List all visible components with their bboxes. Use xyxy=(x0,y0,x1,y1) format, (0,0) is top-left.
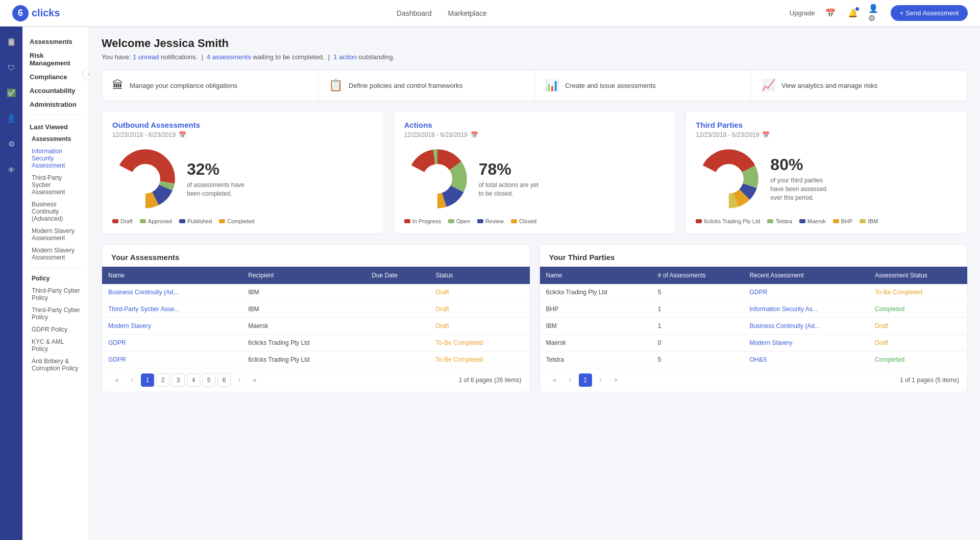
third-parties-card-content: 80% of your third parties have been asse… xyxy=(696,146,957,212)
sidebar-policy-item-2[interactable]: Third-Party Cyber Policy xyxy=(22,304,89,323)
tp-recent-cell[interactable]: OH&S xyxy=(743,351,869,368)
quick-action-compliance[interactable]: 🏛 Manage your compliance obligations xyxy=(102,71,318,100)
sidebar-icon-accountability[interactable]: 👤 xyxy=(3,110,19,127)
notif-text2: waiting to be completed. xyxy=(253,53,324,61)
outbound-card-date: 12/23/2018 - 6/23/2019 📅 xyxy=(112,131,374,138)
sidebar-item-compliance[interactable]: Compliance xyxy=(22,69,89,83)
assessments-table-body: Business Continuity (Ad... IBM Draft Thi… xyxy=(102,284,530,368)
sidebar-icon-admin[interactable]: ⚙ xyxy=(3,136,19,152)
assessment-status-cell: Draft xyxy=(430,318,530,335)
nav-right: Upgrade 📅 🔔 👤⚙ + Send Assessment xyxy=(790,5,968,21)
sidebar-icon-assessments[interactable]: 📋 xyxy=(3,34,19,50)
tp-recent-cell[interactable]: Business Continuity (Ad... xyxy=(743,318,869,335)
sidebar-assessment-item-4[interactable]: Modern Slavery Assessment xyxy=(22,225,89,244)
sidebar-item-accountability[interactable]: Accountability xyxy=(22,83,89,97)
legend-label-open: Open xyxy=(456,218,470,224)
quick-action-analytics-text: View analytics and manage risks xyxy=(781,82,877,89)
sidebar-icon-eye[interactable]: 👁 xyxy=(3,161,19,178)
assessment-name-cell[interactable]: Third-Party Sycber Asse... xyxy=(102,301,242,318)
page-btn-6[interactable]: 6 xyxy=(217,373,231,387)
table-row: GDPR 6clicks Trading Pty Ltd To-Be Compl… xyxy=(102,351,530,368)
legend-label-6clicks: 6clicks Trading Pty Ltd xyxy=(704,218,760,224)
assessment-due-date-cell xyxy=(365,301,429,318)
quick-actions-bar: 🏛 Manage your compliance obligations 📋 D… xyxy=(102,70,968,101)
page-btn-4[interactable]: 4 xyxy=(187,373,200,387)
tp-page-last-btn[interactable]: » xyxy=(609,373,623,387)
your-third-parties-title: Your Third Parties xyxy=(540,245,968,267)
assessment-name-cell[interactable]: Business Continuity (Ad... xyxy=(102,284,242,301)
unread-notifications-link[interactable]: 1 unread xyxy=(133,53,159,61)
legend-label-draft: Draft xyxy=(120,218,133,224)
sidebar-item-administration[interactable]: Administration xyxy=(22,97,89,110)
calendar-icon-tp: 📅 xyxy=(762,131,770,138)
notifications-icon[interactable]: 🔔 xyxy=(846,6,860,20)
page-btn-2[interactable]: 2 xyxy=(156,373,169,387)
assessment-name-cell[interactable]: Modern Slavery xyxy=(102,318,242,335)
third-parties-stat-pct: 80% xyxy=(770,155,837,174)
assessments-page-controls: « ‹ 1 2 3 4 5 6 › » xyxy=(110,373,261,387)
assessment-name-cell[interactable]: GDPR xyxy=(102,335,242,351)
notif-text1: notifications. xyxy=(161,53,198,61)
outbound-legend: Draft Approved Published Completed xyxy=(112,218,374,224)
sidebar-policy-item-4[interactable]: KYC & AML Policy xyxy=(22,336,89,355)
page-prev-btn[interactable]: ‹ xyxy=(126,373,139,387)
last-viewed-header: Last Viewed xyxy=(22,119,89,133)
tp-recent-cell[interactable]: GDPR xyxy=(743,284,869,301)
sidebar-assessment-item-1[interactable]: Information Security Assessment xyxy=(22,145,89,172)
sidebar-icon-compliance[interactable]: ✅ xyxy=(3,85,19,101)
quick-action-policies[interactable]: 📋 Define policies and control frameworks xyxy=(318,71,535,100)
send-assessment-button[interactable]: + Send Assessment xyxy=(891,5,968,21)
tp-page-prev-btn[interactable]: ‹ xyxy=(564,373,577,387)
tp-status-cell: To-Be Completed xyxy=(869,284,967,301)
quick-action-analytics[interactable]: 📈 View analytics and manage risks xyxy=(751,71,967,100)
sidebar-policy-item-3[interactable]: GDPR Policy xyxy=(22,323,89,336)
page-last-btn[interactable]: » xyxy=(248,373,261,387)
calendar-icon[interactable]: 📅 xyxy=(823,6,838,20)
upgrade-button[interactable]: Upgrade xyxy=(790,9,815,17)
sidebar-icons: 📋 🛡 ✅ 👤 ⚙ 👁 xyxy=(0,27,22,540)
sidebar-assessment-item-2[interactable]: Third-Party Sycber Assessment xyxy=(22,172,89,198)
sidebar-policy-item-1[interactable]: Third-Party Cyber Policy xyxy=(22,285,89,304)
your-third-parties-header-row: Name # of Assessments Recent Assessment … xyxy=(540,267,968,284)
policies-icon: 📋 xyxy=(329,79,342,92)
sidebar-icon-risk[interactable]: 🛡 xyxy=(3,59,19,76)
table-row: 6clicks Trading Pty Ltd 5 GDPR To-Be Com… xyxy=(540,284,968,301)
sidebar-policy-item-5[interactable]: Anti Bribery & Corruption Policy xyxy=(22,355,89,374)
assessment-recipient-cell: 6clicks Trading Pty Ltd xyxy=(242,351,365,368)
assessment-name-cell[interactable]: GDPR xyxy=(102,351,242,368)
your-third-parties-table: Name # of Assessments Recent Assessment … xyxy=(540,267,968,368)
legend-dot-ibm xyxy=(860,219,866,223)
assessment-status-cell: To-Be Completed xyxy=(430,335,530,351)
action-outstanding-link[interactable]: 1 action xyxy=(333,53,357,61)
nav-dashboard[interactable]: Dashboard xyxy=(397,9,432,17)
dashboard-cards-row: Outbound Assessments 12/23/2018 - 6/23/2… xyxy=(102,111,968,234)
assessments-waiting-link[interactable]: 4 assessments xyxy=(207,53,251,61)
tp-page-btn-1[interactable]: 1 xyxy=(579,373,592,387)
sidebar-item-assessments[interactable]: Assessments xyxy=(22,34,89,48)
nav-links: Dashboard Marketplace xyxy=(94,9,790,17)
welcome-title: Welcome Jessica Smith xyxy=(102,37,968,50)
sidebar-assessment-item-5[interactable]: Modern Slavery Assessment xyxy=(22,244,89,264)
tp-num-cell: 5 xyxy=(652,284,744,301)
legend-dot-bhp xyxy=(833,219,839,223)
tp-page-next-btn[interactable]: › xyxy=(594,373,607,387)
legend-ibm: IBM xyxy=(860,218,878,224)
tp-recent-cell[interactable]: Modern Slavery xyxy=(743,335,869,351)
sidebar-item-risk-management[interactable]: Risk Management xyxy=(22,48,89,69)
third-parties-card-date: 12/23/2018 - 6/23/2019 📅 xyxy=(696,131,957,138)
page-next-btn[interactable]: › xyxy=(233,373,246,387)
sidebar-assessment-item-3[interactable]: Business Continuity (Advanced) xyxy=(22,198,89,225)
page-btn-5[interactable]: 5 xyxy=(202,373,215,387)
tp-page-first-btn[interactable]: « xyxy=(548,373,561,387)
settings-icon[interactable]: 👤⚙ xyxy=(868,6,883,20)
nav-marketplace[interactable]: Marketplace xyxy=(448,9,487,17)
legend-published: Published xyxy=(179,218,212,224)
your-assessments-table: Name Recipient Due Date Status Business … xyxy=(102,267,530,368)
tp-recent-cell[interactable]: Information Security As... xyxy=(743,301,869,318)
page-btn-1[interactable]: 1 xyxy=(141,373,154,387)
quick-action-assessments[interactable]: 📊 Create and issue assessments xyxy=(535,71,751,100)
outbound-stat-desc: of assessments have been completed. xyxy=(187,181,253,198)
third-parties-legend: 6clicks Trading Pty Ltd Telstra Maersk B… xyxy=(696,218,957,224)
page-btn-3[interactable]: 3 xyxy=(172,373,185,387)
page-first-btn[interactable]: « xyxy=(110,373,124,387)
